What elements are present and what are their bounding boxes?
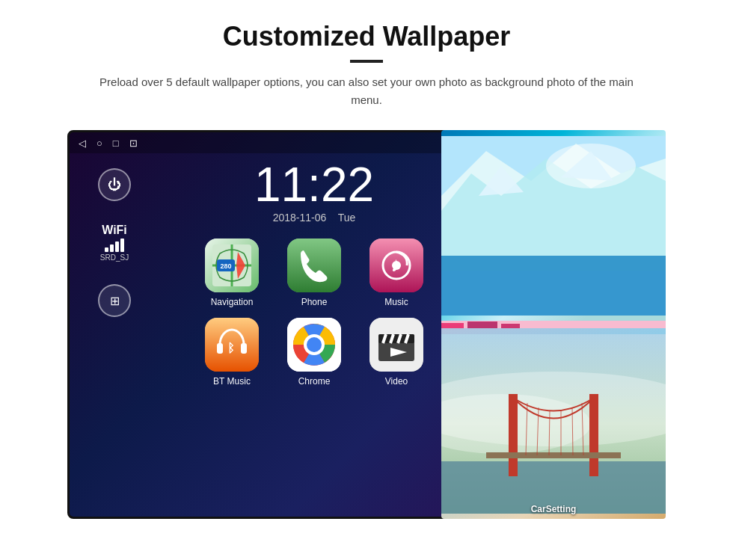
wifi-bar-3 <box>115 241 119 252</box>
app-item-music[interactable]: ♪ Music <box>369 239 423 307</box>
app-icon-btmusic: ᛒ <box>205 318 259 372</box>
clock-day-value: Tue <box>338 212 356 224</box>
app-item-btmusic[interactable]: ᛒ BT Music <box>205 318 259 387</box>
app-icon-phone <box>287 239 341 292</box>
page-header: Customized Wallpaper Preload over 5 defa… <box>0 0 733 117</box>
wifi-ssid: SRD_SJ <box>100 253 129 262</box>
wifi-label: WiFi <box>100 224 129 237</box>
app-item-navigation[interactable]: 280 Navigation <box>205 239 259 307</box>
wifi-bar-1 <box>105 247 108 252</box>
title-divider <box>350 60 383 63</box>
carsetting-label: CarSetting <box>441 504 666 514</box>
app-icon-chrome <box>287 318 341 372</box>
clock-date: 2018-11-06 Tue <box>254 212 374 224</box>
svg-rect-34 <box>441 256 666 316</box>
wifi-bar-4 <box>120 239 124 252</box>
wallpaper-thumbnails: CarSetting <box>441 130 666 519</box>
svg-text:♪: ♪ <box>390 253 401 276</box>
wallpaper-thumb-top[interactable] <box>441 130 666 321</box>
grid-icon: ⊞ <box>110 294 120 308</box>
back-icon[interactable]: ◁ <box>79 138 86 149</box>
wifi-widget[interactable]: WiFi SRD_SJ <box>100 224 129 262</box>
wifi-bars <box>100 239 129 252</box>
clock-display: 11:22 2018-11-06 Tue <box>254 161 374 224</box>
app-label-video: Video <box>385 376 408 387</box>
recents-icon[interactable]: □ <box>113 138 119 149</box>
page-subtitle: Preload over 5 default wallpaper options… <box>90 73 643 109</box>
wallpaper-thumb-middle <box>441 321 666 328</box>
power-button[interactable]: ⏻ <box>98 168 131 201</box>
app-label-btmusic: BT Music <box>213 376 251 387</box>
app-label-phone: Phone <box>301 297 328 307</box>
app-item-chrome[interactable]: Chrome <box>287 318 341 387</box>
svg-text:280: 280 <box>220 262 231 270</box>
device-sidebar: ⏻ WiFi SRD_SJ <box>70 153 159 517</box>
app-item-video[interactable]: Video <box>369 318 423 387</box>
svg-rect-7 <box>287 239 341 292</box>
svg-rect-14 <box>241 343 247 354</box>
svg-text:ᛒ: ᛒ <box>227 342 235 354</box>
svg-rect-48 <box>486 452 621 458</box>
svg-rect-40 <box>467 321 497 328</box>
svg-rect-39 <box>441 323 464 328</box>
wifi-bar-2 <box>110 244 114 252</box>
svg-point-19 <box>307 337 322 352</box>
svg-rect-13 <box>217 343 223 354</box>
home-icon[interactable]: ○ <box>96 138 102 149</box>
device-wrapper: ◁ ○ □ ⊡ ◈ ▾ 11:22 <box>67 130 666 519</box>
app-icon-video <box>369 318 423 372</box>
wallpaper-thumb-bottom[interactable]: CarSetting <box>441 328 666 519</box>
page-title: Customized Wallpaper <box>45 21 688 52</box>
app-label-navigation: Navigation <box>211 297 254 307</box>
page: Customized Wallpaper Preload over 5 defa… <box>0 0 733 519</box>
status-left: ◁ ○ □ ⊡ <box>79 138 138 149</box>
power-icon: ⏻ <box>108 177 121 193</box>
app-icon-music: ♪ <box>369 239 423 292</box>
app-item-phone[interactable]: Phone <box>287 239 341 307</box>
device-center: 11:22 2018-11-06 Tue <box>159 153 469 517</box>
app-label-chrome: Chrome <box>298 376 331 387</box>
svg-rect-47 <box>589 394 598 476</box>
clock-time: 11:22 <box>254 161 374 209</box>
clock-date-value: 2018-11-06 <box>273 212 327 224</box>
app-label-music: Music <box>384 297 408 307</box>
app-grid: 280 Navigation <box>198 239 430 387</box>
screenshot-icon[interactable]: ⊡ <box>129 138 138 149</box>
apps-button[interactable]: ⊞ <box>98 284 131 317</box>
content-area: ◁ ○ □ ⊡ ◈ ▾ 11:22 <box>0 117 733 519</box>
app-icon-navigation: 280 <box>205 239 259 292</box>
svg-rect-46 <box>509 394 518 476</box>
